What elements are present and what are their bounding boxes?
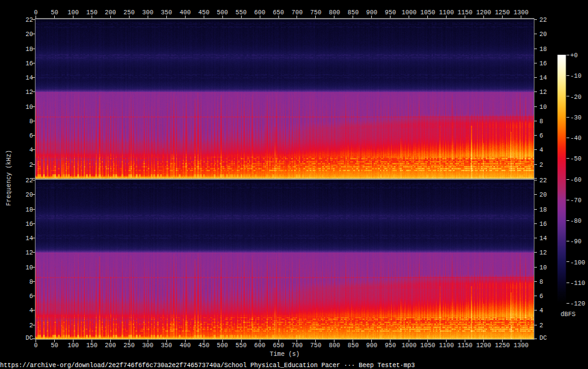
svg-text:0: 0 — [34, 342, 37, 349]
svg-text:6: 6 — [539, 133, 543, 139]
svg-text:900: 900 — [366, 342, 377, 349]
svg-text:900: 900 — [366, 9, 377, 16]
svg-text:18: 18 — [539, 207, 547, 213]
svg-text:1300: 1300 — [513, 342, 528, 349]
svg-text:350: 350 — [161, 9, 172, 16]
svg-text:16: 16 — [26, 221, 33, 228]
svg-text:450: 450 — [198, 9, 209, 16]
svg-text:500: 500 — [217, 9, 228, 16]
svg-text:2: 2 — [539, 322, 543, 329]
svg-text:400: 400 — [179, 9, 191, 16]
svg-text:20: 20 — [539, 192, 547, 199]
svg-text:800: 800 — [329, 342, 340, 349]
svg-text:200: 200 — [105, 342, 116, 349]
svg-text:4: 4 — [539, 307, 543, 314]
svg-text:22: 22 — [539, 17, 547, 24]
svg-text:1100: 1100 — [439, 9, 454, 16]
svg-text:250: 250 — [123, 342, 135, 349]
svg-text:-100: -100 — [571, 259, 586, 266]
svg-text:800: 800 — [329, 9, 340, 16]
svg-text:20: 20 — [539, 31, 547, 38]
svg-text:100: 100 — [67, 9, 78, 16]
svg-text:700: 700 — [292, 9, 303, 16]
svg-text:8: 8 — [29, 118, 33, 125]
svg-text:0: 0 — [34, 9, 37, 16]
svg-text:https://archive·org/download/2: https://archive·org/download/2e2f746f6f6… — [0, 362, 415, 369]
svg-text:1150: 1150 — [458, 9, 473, 16]
svg-text:600: 600 — [254, 9, 265, 16]
svg-text:-40: -40 — [571, 135, 582, 142]
svg-text:14: 14 — [539, 235, 547, 242]
svg-text:600: 600 — [254, 342, 265, 349]
svg-text:-60: -60 — [571, 177, 582, 184]
svg-text:8: 8 — [29, 279, 33, 286]
svg-text:20: 20 — [26, 31, 33, 38]
svg-text:1300: 1300 — [513, 9, 528, 16]
svg-text:10: 10 — [539, 104, 547, 111]
svg-text:14: 14 — [539, 75, 547, 82]
svg-text:20: 20 — [26, 192, 33, 199]
svg-text:16: 16 — [539, 221, 547, 228]
svg-text:+0: +0 — [571, 52, 578, 59]
svg-text:12: 12 — [26, 89, 33, 96]
svg-text:1050: 1050 — [420, 9, 435, 16]
svg-text:750: 750 — [310, 9, 321, 16]
svg-text:14: 14 — [26, 75, 33, 82]
svg-text:8: 8 — [539, 279, 543, 286]
svg-text:650: 650 — [273, 342, 284, 349]
svg-text:12: 12 — [539, 89, 547, 96]
svg-text:dBFS: dBFS — [561, 311, 576, 318]
svg-text:22: 22 — [539, 177, 547, 184]
svg-text:950: 950 — [385, 9, 396, 16]
svg-text:2: 2 — [539, 162, 543, 169]
svg-text:-50: -50 — [571, 156, 582, 162]
svg-text:300: 300 — [142, 9, 153, 16]
svg-text:200: 200 — [105, 9, 116, 16]
svg-text:2: 2 — [29, 162, 33, 169]
svg-text:-110: -110 — [571, 280, 586, 287]
svg-text:500: 500 — [217, 342, 228, 349]
svg-text:1200: 1200 — [477, 9, 491, 16]
svg-text:1150: 1150 — [458, 342, 473, 349]
svg-text:18: 18 — [539, 46, 547, 53]
svg-text:10: 10 — [26, 104, 33, 111]
svg-text:6: 6 — [539, 293, 543, 300]
svg-text:6: 6 — [29, 133, 33, 139]
svg-text:12: 12 — [26, 250, 33, 256]
svg-text:16: 16 — [539, 60, 547, 67]
svg-text:6: 6 — [29, 293, 33, 300]
svg-text:700: 700 — [292, 342, 303, 349]
svg-text:-80: -80 — [571, 218, 582, 225]
svg-text:1000: 1000 — [402, 342, 417, 349]
svg-text:-120: -120 — [571, 301, 586, 307]
svg-text:550: 550 — [235, 9, 247, 16]
svg-text:10: 10 — [26, 264, 33, 271]
svg-text:4: 4 — [29, 307, 33, 314]
svg-text:650: 650 — [273, 9, 284, 16]
svg-text:350: 350 — [161, 342, 172, 349]
svg-text:DC: DC — [26, 335, 33, 342]
svg-text:-90: -90 — [571, 238, 582, 245]
svg-text:300: 300 — [142, 342, 153, 349]
svg-text:14: 14 — [26, 235, 33, 242]
svg-text:750: 750 — [310, 342, 321, 349]
svg-text:1250: 1250 — [495, 9, 510, 16]
svg-text:-30: -30 — [571, 114, 582, 121]
svg-text:10: 10 — [539, 264, 547, 271]
svg-text:18: 18 — [26, 46, 33, 53]
svg-text:50: 50 — [50, 9, 58, 16]
svg-text:400: 400 — [179, 342, 191, 349]
svg-text:-70: -70 — [571, 197, 582, 204]
svg-text:12: 12 — [539, 250, 547, 256]
svg-text:22: 22 — [26, 177, 33, 184]
svg-text:550: 550 — [235, 342, 247, 349]
svg-text:-20: -20 — [571, 94, 582, 101]
svg-text:1000: 1000 — [402, 9, 417, 16]
svg-text:150: 150 — [86, 342, 97, 349]
svg-text:18: 18 — [26, 207, 33, 213]
svg-text:16: 16 — [26, 60, 33, 67]
svg-text:150: 150 — [86, 9, 97, 16]
svg-text:50: 50 — [50, 342, 58, 349]
svg-text:8: 8 — [539, 118, 543, 125]
svg-text:850: 850 — [348, 9, 359, 16]
